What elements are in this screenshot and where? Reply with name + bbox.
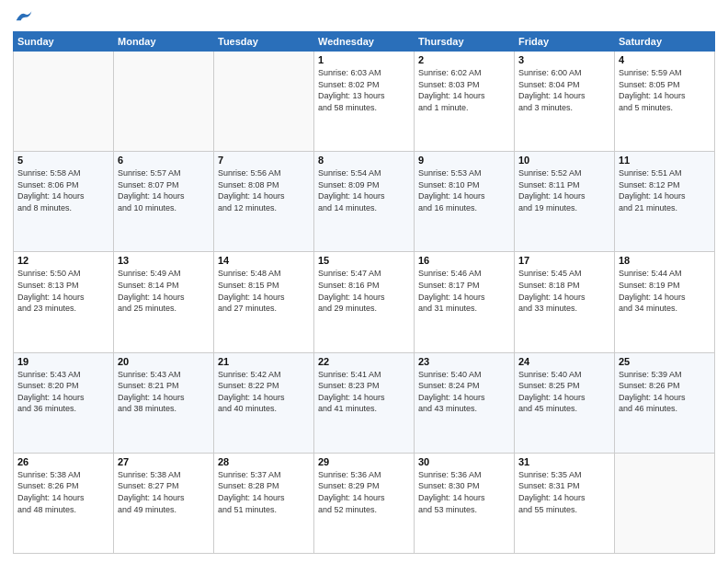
day-number: 15 [318,255,410,266]
day-number: 7 [218,155,310,166]
column-header-tuesday: Tuesday [214,32,314,52]
calendar-cell: 23Sunrise: 5:40 AMSunset: 8:24 PMDayligh… [415,352,515,453]
calendar-cell: 18Sunrise: 5:44 AMSunset: 8:19 PMDayligh… [615,252,715,352]
calendar-cell: 17Sunrise: 5:45 AMSunset: 8:18 PMDayligh… [515,252,615,352]
calendar-cell: 26Sunrise: 5:38 AMSunset: 8:26 PMDayligh… [14,453,114,553]
day-info: Sunrise: 5:57 AMSunset: 8:07 PMDaylight:… [118,167,210,213]
day-info: Sunrise: 5:45 AMSunset: 8:18 PMDaylight:… [518,268,610,314]
calendar-cell: 19Sunrise: 5:43 AMSunset: 8:20 PMDayligh… [14,352,114,453]
day-number: 14 [218,255,310,266]
calendar-cell: 30Sunrise: 5:36 AMSunset: 8:30 PMDayligh… [415,453,515,553]
calendar-header-row: SundayMondayTuesdayWednesdayThursdayFrid… [14,32,715,52]
day-info: Sunrise: 5:40 AMSunset: 8:25 PMDaylight:… [518,369,610,415]
column-header-sunday: Sunday [14,32,114,52]
calendar-cell [615,453,715,553]
calendar-cell: 11Sunrise: 5:51 AMSunset: 8:12 PMDayligh… [615,152,715,252]
calendar-cell: 1Sunrise: 6:03 AMSunset: 8:02 PMDaylight… [314,52,415,152]
day-info: Sunrise: 5:40 AMSunset: 8:24 PMDaylight:… [418,369,510,415]
day-number: 24 [518,356,610,367]
day-number: 6 [118,155,210,166]
day-info: Sunrise: 5:53 AMSunset: 8:10 PMDaylight:… [418,167,510,213]
day-number: 9 [418,155,510,166]
day-number: 2 [418,54,510,65]
calendar-cell: 28Sunrise: 5:37 AMSunset: 8:28 PMDayligh… [214,453,314,553]
logo [13,9,33,24]
calendar-cell [214,52,314,152]
day-number: 29 [318,456,410,467]
calendar-cell: 24Sunrise: 5:40 AMSunset: 8:25 PMDayligh… [515,352,615,453]
calendar: SundayMondayTuesdayWednesdayThursdayFrid… [13,31,715,554]
calendar-week-4: 26Sunrise: 5:38 AMSunset: 8:26 PMDayligh… [14,453,715,553]
calendar-cell: 22Sunrise: 5:41 AMSunset: 8:23 PMDayligh… [314,352,415,453]
day-info: Sunrise: 5:37 AMSunset: 8:28 PMDaylight:… [218,469,310,515]
day-number: 19 [17,356,109,367]
day-number: 12 [17,255,109,266]
day-number: 10 [518,155,610,166]
day-info: Sunrise: 5:54 AMSunset: 8:09 PMDaylight:… [318,167,410,213]
day-number: 3 [518,54,610,65]
day-info: Sunrise: 5:47 AMSunset: 8:16 PMDaylight:… [318,268,410,314]
day-info: Sunrise: 6:02 AMSunset: 8:03 PMDaylight:… [418,67,510,113]
calendar-cell: 7Sunrise: 5:56 AMSunset: 8:08 PMDaylight… [214,152,314,252]
day-info: Sunrise: 5:41 AMSunset: 8:23 PMDaylight:… [318,369,410,415]
calendar-cell: 12Sunrise: 5:50 AMSunset: 8:13 PMDayligh… [14,252,114,352]
day-number: 17 [518,255,610,266]
day-info: Sunrise: 5:49 AMSunset: 8:14 PMDaylight:… [118,268,210,314]
day-info: Sunrise: 5:58 AMSunset: 8:06 PMDaylight:… [17,167,109,213]
header [13,9,715,24]
calendar-cell: 6Sunrise: 5:57 AMSunset: 8:07 PMDaylight… [114,152,214,252]
column-header-thursday: Thursday [415,32,515,52]
day-number: 26 [17,456,109,467]
day-info: Sunrise: 5:46 AMSunset: 8:17 PMDaylight:… [418,268,510,314]
day-info: Sunrise: 5:38 AMSunset: 8:27 PMDaylight:… [118,469,210,515]
day-info: Sunrise: 5:50 AMSunset: 8:13 PMDaylight:… [17,268,109,314]
day-number: 30 [418,456,510,467]
calendar-week-1: 5Sunrise: 5:58 AMSunset: 8:06 PMDaylight… [14,152,715,252]
day-number: 28 [218,456,310,467]
calendar-cell: 8Sunrise: 5:54 AMSunset: 8:09 PMDaylight… [314,152,415,252]
column-header-friday: Friday [515,32,615,52]
day-info: Sunrise: 5:44 AMSunset: 8:19 PMDaylight:… [619,268,711,314]
calendar-cell: 16Sunrise: 5:46 AMSunset: 8:17 PMDayligh… [415,252,515,352]
day-info: Sunrise: 5:38 AMSunset: 8:26 PMDaylight:… [17,469,109,515]
day-info: Sunrise: 6:03 AMSunset: 8:02 PMDaylight:… [318,67,410,113]
calendar-cell: 10Sunrise: 5:52 AMSunset: 8:11 PMDayligh… [515,152,615,252]
calendar-cell: 20Sunrise: 5:43 AMSunset: 8:21 PMDayligh… [114,352,214,453]
day-number: 23 [418,356,510,367]
day-info: Sunrise: 5:35 AMSunset: 8:31 PMDaylight:… [518,469,610,515]
calendar-cell: 29Sunrise: 5:36 AMSunset: 8:29 PMDayligh… [314,453,415,553]
day-info: Sunrise: 5:59 AMSunset: 8:05 PMDaylight:… [619,67,711,113]
day-info: Sunrise: 5:56 AMSunset: 8:08 PMDaylight:… [218,167,310,213]
calendar-cell: 14Sunrise: 5:48 AMSunset: 8:15 PMDayligh… [214,252,314,352]
calendar-cell [114,52,214,152]
day-info: Sunrise: 5:36 AMSunset: 8:30 PMDaylight:… [418,469,510,515]
column-header-saturday: Saturday [615,32,715,52]
day-number: 16 [418,255,510,266]
day-info: Sunrise: 5:48 AMSunset: 8:15 PMDaylight:… [218,268,310,314]
day-info: Sunrise: 6:00 AMSunset: 8:04 PMDaylight:… [518,67,610,113]
day-number: 4 [619,54,711,65]
day-number: 5 [17,155,109,166]
calendar-week-0: 1Sunrise: 6:03 AMSunset: 8:02 PMDaylight… [14,52,715,152]
calendar-week-2: 12Sunrise: 5:50 AMSunset: 8:13 PMDayligh… [14,252,715,352]
day-number: 22 [318,356,410,367]
calendar-cell: 27Sunrise: 5:38 AMSunset: 8:27 PMDayligh… [114,453,214,553]
day-number: 1 [318,54,410,65]
day-number: 20 [118,356,210,367]
day-number: 27 [118,456,210,467]
day-number: 21 [218,356,310,367]
day-info: Sunrise: 5:43 AMSunset: 8:20 PMDaylight:… [17,369,109,415]
calendar-cell: 21Sunrise: 5:42 AMSunset: 8:22 PMDayligh… [214,352,314,453]
day-number: 8 [318,155,410,166]
day-number: 25 [619,356,711,367]
calendar-cell: 15Sunrise: 5:47 AMSunset: 8:16 PMDayligh… [314,252,415,352]
day-info: Sunrise: 5:36 AMSunset: 8:29 PMDaylight:… [318,469,410,515]
calendar-cell: 4Sunrise: 5:59 AMSunset: 8:05 PMDaylight… [615,52,715,152]
column-header-monday: Monday [114,32,214,52]
logo-bird-icon [15,9,33,24]
column-header-wednesday: Wednesday [314,32,415,52]
day-number: 13 [118,255,210,266]
calendar-cell: 2Sunrise: 6:02 AMSunset: 8:03 PMDaylight… [415,52,515,152]
day-number: 11 [619,155,711,166]
calendar-cell: 5Sunrise: 5:58 AMSunset: 8:06 PMDaylight… [14,152,114,252]
